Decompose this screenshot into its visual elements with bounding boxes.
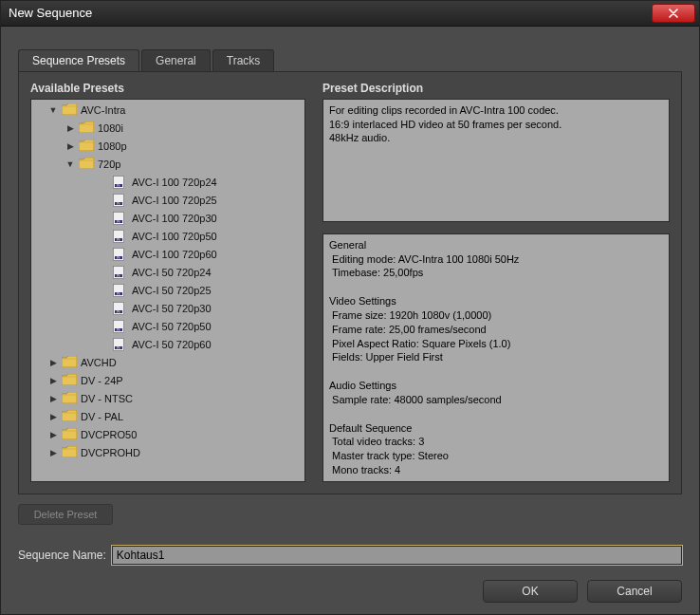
tab-general[interactable]: General <box>141 49 211 71</box>
preset-description-column: Preset Description For editing clips rec… <box>322 82 670 482</box>
cancel-button[interactable]: Cancel <box>587 580 682 603</box>
preset-file-icon <box>113 320 128 333</box>
preset-file-icon <box>113 194 128 207</box>
sequence-name-input[interactable] <box>112 546 682 565</box>
tree-preset[interactable]: AVC-I 50 720p60 <box>35 336 304 354</box>
tab-bar: Sequence PresetsGeneralTracks <box>18 49 682 71</box>
preset-file-icon <box>113 302 128 315</box>
dialog-content: Sequence PresetsGeneralTracks Available … <box>1 27 699 614</box>
close-button[interactable] <box>652 4 695 23</box>
triangle-right-icon[interactable]: ▶ <box>48 430 58 439</box>
tree-item-label: DV - NTSC <box>81 393 133 404</box>
triangle-right-icon[interactable]: ▶ <box>48 358 58 367</box>
preset-file-icon <box>113 230 128 243</box>
tab-tracks[interactable]: Tracks <box>212 49 275 71</box>
tree-item-label: AVC-I 50 720p24 <box>132 267 212 278</box>
preset-file-icon <box>113 284 128 297</box>
triangle-right-icon[interactable]: ▶ <box>48 394 58 403</box>
tree-item-label: AVC-I 100 720p50 <box>132 231 217 242</box>
preset-file-icon <box>113 176 128 189</box>
presets-panel: Available Presets ▼AVC-Intra▶1080i▶1080p… <box>18 71 682 494</box>
tree-item-label: DV - 24P <box>81 375 123 386</box>
triangle-right-icon[interactable]: ▶ <box>65 123 75 133</box>
triangle-right-icon[interactable]: ▶ <box>48 448 58 457</box>
tree-item-label: AVC-I 50 720p25 <box>132 285 212 296</box>
tree-item-label: AVC-I 100 720p30 <box>132 213 217 224</box>
preset-file-icon <box>113 266 128 279</box>
tree-item-label: AVC-Intra <box>81 104 125 116</box>
triangle-down-icon[interactable]: ▼ <box>65 159 75 169</box>
tree-item-label: 1080p <box>98 140 127 152</box>
ok-button[interactable]: OK <box>483 580 578 603</box>
preset-description-box[interactable]: For editing clips recorded in AVC-Intra … <box>322 99 670 222</box>
preset-details-box[interactable]: General Editing mode: AVC-Intra 100 1080… <box>322 233 670 482</box>
delete-preset-button: Delete Preset <box>18 504 113 525</box>
tree-item-label: AVCHD <box>81 357 117 368</box>
triangle-right-icon[interactable]: ▶ <box>48 376 58 385</box>
tree-item-label: AVC-I 100 720p60 <box>132 249 217 260</box>
below-panel: Delete Preset Sequence Name: OK Cancel <box>18 504 682 603</box>
tree-folder[interactable]: ▶DVCPROHD <box>35 444 304 462</box>
folder-icon <box>79 158 94 171</box>
folder-icon <box>79 121 94 135</box>
folder-icon <box>62 446 77 459</box>
folder-icon <box>62 410 77 423</box>
tree-item-label: AVC-I 100 720p25 <box>132 195 217 206</box>
tree-folder[interactable]: ▼AVC-Intra <box>35 102 304 120</box>
tree-item-label: DVCPRO50 <box>81 429 137 440</box>
tree-preset[interactable]: AVC-I 100 720p24 <box>35 174 304 192</box>
preset-file-icon <box>113 212 128 225</box>
tree-item-label: AVC-I 50 720p60 <box>132 339 212 350</box>
triangle-down-icon[interactable]: ▼ <box>48 105 58 115</box>
tree-item-label: DVCPROHD <box>81 447 140 458</box>
tree-preset[interactable]: AVC-I 100 720p30 <box>35 210 304 228</box>
sequence-name-label: Sequence Name: <box>18 549 106 562</box>
tree-folder[interactable]: ▶1080i <box>35 120 304 138</box>
folder-icon <box>62 428 77 441</box>
folder-icon <box>62 392 77 405</box>
preset-file-icon <box>113 338 128 351</box>
triangle-right-icon[interactable]: ▶ <box>65 141 75 151</box>
tree-preset[interactable]: AVC-I 100 720p25 <box>35 192 304 210</box>
tree-folder[interactable]: ▶1080p <box>35 138 304 156</box>
preset-tree[interactable]: ▼AVC-Intra▶1080i▶1080p▼720pAVC-I 100 720… <box>30 99 305 482</box>
tree-item-label: AVC-I 50 720p50 <box>132 321 212 332</box>
tree-item-label: DV - PAL <box>81 411 123 422</box>
folder-icon <box>62 374 77 387</box>
tree-item-label: AVC-I 50 720p30 <box>132 303 212 314</box>
tree-folder[interactable]: ▶DV - 24P <box>35 372 304 390</box>
folder-icon <box>62 103 77 117</box>
triangle-right-icon[interactable]: ▶ <box>48 412 58 421</box>
tree-preset[interactable]: AVC-I 50 720p50 <box>35 318 304 336</box>
tree-folder[interactable]: ▶DVCPRO50 <box>35 426 304 444</box>
tree-preset[interactable]: AVC-I 50 720p30 <box>35 300 304 318</box>
tree-item-label: 1080i <box>98 122 123 134</box>
tree-folder[interactable]: ▶DV - PAL <box>35 408 304 426</box>
tree-preset[interactable]: AVC-I 50 720p24 <box>35 264 304 282</box>
available-presets-heading: Available Presets <box>30 82 305 95</box>
preset-file-icon <box>113 248 128 261</box>
available-presets-column: Available Presets ▼AVC-Intra▶1080i▶1080p… <box>30 82 305 482</box>
titlebar: New Sequence <box>1 1 699 27</box>
folder-icon <box>62 356 77 369</box>
close-icon <box>669 9 678 18</box>
tree-preset[interactable]: AVC-I 50 720p25 <box>35 282 304 300</box>
tab-sequence-presets[interactable]: Sequence Presets <box>18 49 139 71</box>
tree-folder[interactable]: ▶DV - NTSC <box>35 390 304 408</box>
tree-item-label: 720p <box>98 158 120 170</box>
window-title: New Sequence <box>1 6 92 20</box>
sequence-name-row: Sequence Name: <box>18 546 682 565</box>
new-sequence-dialog: New Sequence Sequence PresetsGeneralTrac… <box>0 0 700 615</box>
tree-folder[interactable]: ▶AVCHD <box>35 354 304 372</box>
tree-folder[interactable]: ▼720p <box>35 156 304 174</box>
tree-item-label: AVC-I 100 720p24 <box>132 177 217 188</box>
preset-description-heading: Preset Description <box>322 82 670 95</box>
dialog-button-row: OK Cancel <box>18 580 682 603</box>
folder-icon <box>79 140 94 153</box>
tree-preset[interactable]: AVC-I 100 720p50 <box>35 228 304 246</box>
tree-preset[interactable]: AVC-I 100 720p60 <box>35 246 304 264</box>
